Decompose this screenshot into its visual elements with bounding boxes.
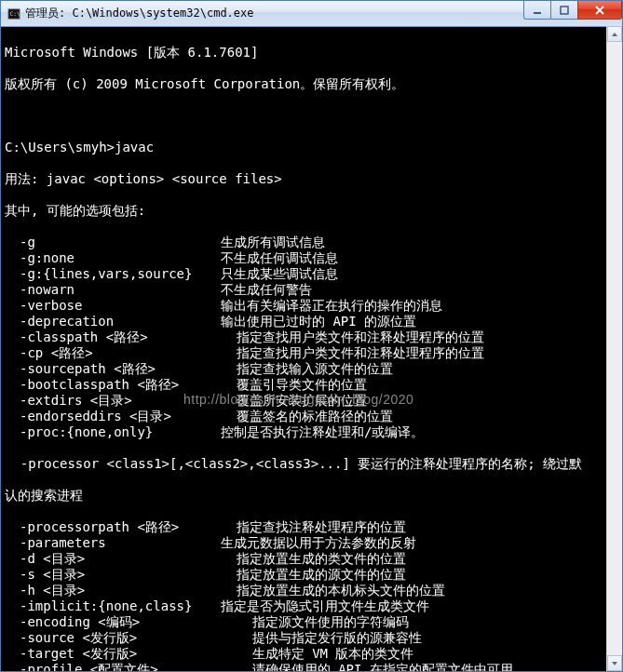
option-desc: 指定源文件使用的字符编码 xyxy=(221,614,618,630)
header-line: 版权所有 (c) 2009 Microsoft Corporation。保留所有… xyxy=(5,76,618,92)
option-line: -bootclasspath <路径> 覆盖引导类文件的位置 xyxy=(5,377,618,393)
option-desc: 指定查找用户类文件和注释处理程序的位置 xyxy=(221,345,618,361)
option-key: -extdirs <目录> xyxy=(5,393,221,409)
option-line: -g:none不生成任何调试信息 xyxy=(5,250,618,266)
option-key: -sourcepath <路径> xyxy=(5,361,221,377)
option-key: -deprecation xyxy=(5,314,221,329)
option-line: -classpath <路径> 指定查找用户类文件和注释处理程序的位置 xyxy=(5,329,618,345)
option-desc: 不生成任何警告 xyxy=(221,282,618,298)
prompt-line: C:\Users\smyh>javac xyxy=(5,140,618,155)
option-desc: 覆盖所安装扩展的位置 xyxy=(221,393,618,409)
header-line: Microsoft Windows [版本 6.1.7601] xyxy=(5,45,618,60)
option-line: -proc:{none,only}控制是否执行注释处理和/或编译。 xyxy=(5,424,618,440)
minimize-button[interactable] xyxy=(523,1,551,20)
option-line: -h <目录> 指定放置生成的本机标头文件的位置 xyxy=(5,583,618,598)
option-line: -processorpath <路径> 指定查找注释处理程序的位置 xyxy=(5,519,618,535)
option-desc: 提供与指定发行版的源兼容性 xyxy=(221,630,618,646)
window-buttons xyxy=(524,1,622,26)
option-line: -endorseddirs <目录> 覆盖签名的标准路径的位置 xyxy=(5,409,618,424)
option-line: -verbose输出有关编译器正在执行的操作的消息 xyxy=(5,298,618,314)
option-line: -sourcepath <路径> 指定查找输入源文件的位置 xyxy=(5,361,618,377)
option-desc: 覆盖签名的标准路径的位置 xyxy=(221,409,618,424)
option-line: -deprecation输出使用已过时的 API 的源位置 xyxy=(5,314,618,329)
terminal-output[interactable]: Microsoft Windows [版本 6.1.7601] 版权所有 (c)… xyxy=(1,27,622,671)
option-key: -processorpath <路径> xyxy=(5,519,221,535)
option-line: -encoding <编码> 指定源文件使用的字符编码 xyxy=(5,614,618,630)
option-desc: 指定放置生成的源文件的位置 xyxy=(221,567,618,583)
option-line: -implicit:{none,class}指定是否为隐式引用文件生成类文件 xyxy=(5,598,618,614)
option-desc: 指定是否为隐式引用文件生成类文件 xyxy=(221,598,618,614)
option-desc: 生成所有调试信息 xyxy=(221,235,618,250)
scroll-up-button[interactable] xyxy=(607,26,622,42)
option-key: -target <发行版> xyxy=(5,646,221,662)
option-line: -target <发行版> 生成特定 VM 版本的类文件 xyxy=(5,646,618,662)
option-key: -s <目录> xyxy=(5,567,221,583)
option-line: -d <目录> 指定放置生成的类文件的位置 xyxy=(5,551,618,567)
option-key: -parameters xyxy=(5,535,221,551)
option-desc: 不生成任何调试信息 xyxy=(221,250,618,266)
cmd-icon: C:\ xyxy=(7,7,21,21)
option-key: -profile <配置文件> xyxy=(5,662,221,671)
option-key: -cp <路径> xyxy=(5,345,221,361)
blank-line xyxy=(5,108,618,124)
option-line: -source <发行版> 提供与指定发行版的源兼容性 xyxy=(5,630,618,646)
usage-line: 用法: javac <options> <source files> xyxy=(5,171,618,187)
option-line: -g生成所有调试信息 xyxy=(5,235,618,250)
option-key: -g xyxy=(5,235,221,250)
window-title: 管理员: C:\Windows\system32\cmd.exe xyxy=(25,6,524,21)
option-key: -verbose xyxy=(5,298,221,314)
option-line: -cp <路径> 指定查找用户类文件和注释处理程序的位置 xyxy=(5,345,618,361)
option-desc: 只生成某些调试信息 xyxy=(221,266,618,282)
option-line: -parameters生成元数据以用于方法参数的反射 xyxy=(5,535,618,551)
window-titlebar: C:\ 管理员: C:\Windows\system32\cmd.exe xyxy=(1,1,622,27)
option-line: -extdirs <目录> 覆盖所安装扩展的位置 xyxy=(5,393,618,409)
option-line: -g:{lines,vars,source}只生成某些调试信息 xyxy=(5,266,618,282)
option-line: -nowarn不生成任何警告 xyxy=(5,282,618,298)
option-desc: 覆盖引导类文件的位置 xyxy=(221,377,618,393)
svg-rect-2 xyxy=(534,12,541,14)
maximize-button[interactable] xyxy=(550,1,578,20)
option-desc: 指定查找用户类文件和注释处理程序的位置 xyxy=(221,329,618,345)
scroll-down-button[interactable] xyxy=(607,655,622,671)
close-button[interactable] xyxy=(577,1,622,20)
option-line: -s <目录> 指定放置生成的源文件的位置 xyxy=(5,567,618,583)
option-key: -d <目录> xyxy=(5,551,221,567)
option-desc: 指定查找注释处理程序的位置 xyxy=(221,519,618,535)
option-key: -proc:{none,only} xyxy=(5,424,221,440)
option-key: -source <发行版> xyxy=(5,630,221,646)
option-desc: 指定放置生成的类文件的位置 xyxy=(221,551,618,567)
option-desc: 指定放置生成的本机标头文件的位置 xyxy=(221,583,618,598)
option-line: 认的搜索进程 xyxy=(5,488,618,504)
option-desc: 指定查找输入源文件的位置 xyxy=(221,361,618,377)
option-desc: 生成特定 VM 版本的类文件 xyxy=(221,646,618,662)
option-line: -profile <配置文件> 请确保使用的 API 在指定的配置文件中可用 xyxy=(5,662,618,671)
option-line: -processor <class1>[,<class2>,<class3>..… xyxy=(5,456,618,472)
option-key: -nowarn xyxy=(5,282,221,298)
option-key: -classpath <路径> xyxy=(5,329,221,345)
option-key: -h <目录> xyxy=(5,583,221,598)
vertical-scrollbar[interactable] xyxy=(606,26,622,671)
option-key: -bootclasspath <路径> xyxy=(5,377,221,393)
option-desc: 控制是否执行注释处理和/或编译。 xyxy=(221,424,618,440)
option-desc: 生成元数据以用于方法参数的反射 xyxy=(221,535,618,551)
option-desc: 请确保使用的 API 在指定的配置文件中可用 xyxy=(221,662,618,671)
option-key: -g:{lines,vars,source} xyxy=(5,266,221,282)
option-desc: 输出使用已过时的 API 的源位置 xyxy=(221,314,618,329)
svg-text:C:\: C:\ xyxy=(10,9,20,16)
option-key: -implicit:{none,class} xyxy=(5,598,221,614)
option-key: -g:none xyxy=(5,250,221,266)
svg-rect-3 xyxy=(561,7,568,14)
usage-line: 其中, 可能的选项包括: xyxy=(5,203,618,219)
option-desc: 输出有关编译器正在执行的操作的消息 xyxy=(221,298,618,314)
option-key: -encoding <编码> xyxy=(5,614,221,630)
option-key: -endorseddirs <目录> xyxy=(5,409,221,424)
